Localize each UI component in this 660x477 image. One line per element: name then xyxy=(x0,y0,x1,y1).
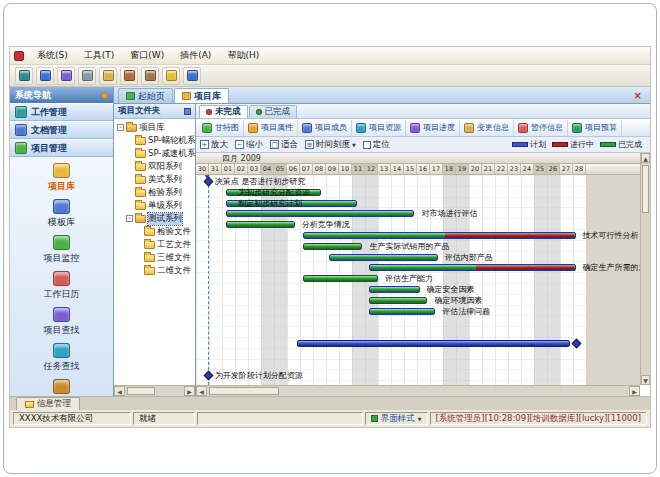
menu-item-3[interactable]: 窗口(W) xyxy=(123,47,171,64)
gantt-bar[interactable] xyxy=(369,264,576,271)
tree-node[interactable]: 三维文件 xyxy=(114,251,195,264)
gantt-bar[interactable] xyxy=(303,243,363,250)
tree-node[interactable]: SP-减速机系列 xyxy=(114,147,195,160)
status-ready: 就绪 xyxy=(133,412,195,425)
gantt-days-row: 3031010203040506070809101112131415161718… xyxy=(196,164,640,175)
gantt-bar[interactable] xyxy=(303,232,576,239)
main-tab-1[interactable]: 起始页 xyxy=(118,88,173,103)
sidebar-item-1[interactable]: 项目库 xyxy=(48,163,75,193)
sidebar-item-2[interactable]: 模板库 xyxy=(48,199,75,229)
tree-hscrollbar[interactable]: ◀ ▶ xyxy=(114,385,195,396)
locate-checkbox[interactable] xyxy=(363,141,371,149)
mail-button[interactable] xyxy=(99,67,117,85)
sidebar-item-5[interactable]: 项目查找 xyxy=(44,307,80,337)
sidebar-groups: 工作管理文档管理项目管理 xyxy=(10,103,113,157)
locate-checkbox-control[interactable]: 定位 xyxy=(363,139,390,151)
gantt-bar[interactable] xyxy=(303,275,378,282)
toolbar-button-3[interactable]: 项目成员 xyxy=(298,120,352,136)
sidebar-item-4[interactable]: 工作日历 xyxy=(44,271,80,301)
scroll-thumb[interactable] xyxy=(127,387,155,395)
sidebar-item-3[interactable]: 项目监控 xyxy=(44,235,80,265)
menu-item-1[interactable]: 系统(S) xyxy=(30,47,75,64)
scroll-track[interactable] xyxy=(641,163,650,375)
window-button[interactable] xyxy=(57,67,75,85)
tree-node[interactable]: 双阳系列 xyxy=(114,160,195,173)
refresh-button[interactable] xyxy=(78,67,96,85)
sidebar-group-3[interactable]: 项目管理 xyxy=(10,139,113,157)
scroll-track[interactable] xyxy=(207,386,629,396)
menu-item-5[interactable]: 帮助(H) xyxy=(220,47,266,64)
toolbar-button-label: 暂停信息 xyxy=(531,122,563,133)
scroll-right-icon[interactable]: ▶ xyxy=(629,386,640,396)
tree-expander-icon[interactable]: - xyxy=(117,124,124,131)
tree-node[interactable]: 工艺文件 xyxy=(114,238,195,251)
status-tab-1[interactable]: 未完成 xyxy=(199,105,248,118)
status-tab-2[interactable]: 已完成 xyxy=(249,105,298,118)
tree-expander-icon[interactable]: - xyxy=(126,215,133,222)
scroll-thumb[interactable] xyxy=(642,165,649,213)
gantt-hscrollbar[interactable]: ◀ ▶ xyxy=(196,385,640,396)
scroll-thumb[interactable] xyxy=(209,387,279,395)
gantt-bar[interactable] xyxy=(329,254,438,261)
plugin-button[interactable] xyxy=(120,67,138,85)
scroll-up-icon[interactable]: ▲ xyxy=(641,153,650,163)
tree-node[interactable]: 检验系列 xyxy=(114,186,195,199)
gantt-bar[interactable] xyxy=(369,286,420,293)
gantt-bar[interactable] xyxy=(226,221,295,228)
tab-info-management[interactable]: 信息管理 xyxy=(16,397,80,410)
window-frame: 系统(S)工具(T)窗口(W)插件(A)帮助(H) 系统导航 工作管理文档管理项… xyxy=(3,3,657,474)
toolbar-button-2[interactable]: 项目属性 xyxy=(244,120,298,136)
tree-node[interactable]: 美式系列 xyxy=(114,173,195,186)
close-icon[interactable]: × xyxy=(630,90,646,103)
toolbar-button-5[interactable]: 项目进度 xyxy=(406,120,460,136)
navigation-icon xyxy=(40,70,51,81)
zoom-out-control[interactable]: −缩小 xyxy=(235,139,263,151)
sidebar-group-2[interactable]: 文档管理 xyxy=(10,121,113,139)
toolbar-button-4[interactable]: 项目资源 xyxy=(352,120,406,136)
scroll-right-icon[interactable]: ▶ xyxy=(184,386,195,396)
tree-node[interactable]: -测试系列 xyxy=(114,212,195,225)
scroll-down-icon[interactable]: ▼ xyxy=(641,375,650,385)
zoom-in-control[interactable]: +放大 xyxy=(200,139,228,151)
tree-node[interactable]: 检验文件 xyxy=(114,225,195,238)
time-scale-control[interactable]: ≡时间刻度▼ xyxy=(305,139,356,151)
nav-options-icon[interactable] xyxy=(101,92,108,99)
navigation-button[interactable] xyxy=(36,67,54,85)
document-management-icon xyxy=(15,124,27,136)
tree-node[interactable]: -项目库 xyxy=(114,121,195,134)
gantt-bar[interactable] xyxy=(297,340,570,347)
ui-style-selector[interactable]: 界面样式 ▼ xyxy=(365,412,428,425)
main-tab-2[interactable]: 项目库 xyxy=(174,88,229,103)
help-button[interactable] xyxy=(183,67,201,85)
toolbar-button-7[interactable]: 暂停信息 xyxy=(514,120,568,136)
tree: -项目库SP-蜗轮机系列SP-减速机系列双阳系列美式系列检验系列单级系列-测试系… xyxy=(114,119,195,385)
gantt-vscrollbar[interactable]: ▲ ▼ xyxy=(640,153,650,385)
milestone-marker[interactable] xyxy=(572,339,582,349)
project-search-icon xyxy=(53,307,70,322)
scroll-track[interactable] xyxy=(125,386,184,396)
panel-options-icon[interactable] xyxy=(184,108,191,115)
menu-item-2[interactable]: 工具(T) xyxy=(77,47,122,64)
scroll-left-icon[interactable]: ◀ xyxy=(196,386,207,396)
tree-node[interactable]: 二维文件 xyxy=(114,264,195,277)
package-button[interactable] xyxy=(141,67,159,85)
scroll-left-icon[interactable]: ◀ xyxy=(114,386,125,396)
gantt-bar[interactable] xyxy=(369,308,435,315)
tree-node[interactable]: 单级系列 xyxy=(114,199,195,212)
milestone-marker[interactable] xyxy=(203,371,213,381)
gantt-bar[interactable] xyxy=(226,210,415,217)
toolbar-button-1[interactable]: 甘特图 xyxy=(198,120,244,136)
gantt-task-label: 分析竞争情况 xyxy=(302,220,350,229)
toolbar-button-8[interactable]: 项目预算 xyxy=(568,120,622,136)
menu-item-4[interactable]: 插件(A) xyxy=(173,47,218,64)
system-button[interactable] xyxy=(15,67,33,85)
sidebar-item-7[interactable]: 项目文档查找 xyxy=(35,379,89,396)
gantt-bar[interactable] xyxy=(369,297,428,304)
fit-control[interactable]: □适合 xyxy=(270,139,298,151)
sidebar-item-6[interactable]: 任务查找 xyxy=(44,343,80,373)
tree-node[interactable]: SP-蜗轮机系列 xyxy=(114,134,195,147)
sidebar-group-1[interactable]: 工作管理 xyxy=(10,103,113,121)
lock-button[interactable] xyxy=(162,67,180,85)
bottom-tab-bar: 信息管理 xyxy=(10,396,650,410)
toolbar-button-6[interactable]: 变更信息 xyxy=(460,120,514,136)
